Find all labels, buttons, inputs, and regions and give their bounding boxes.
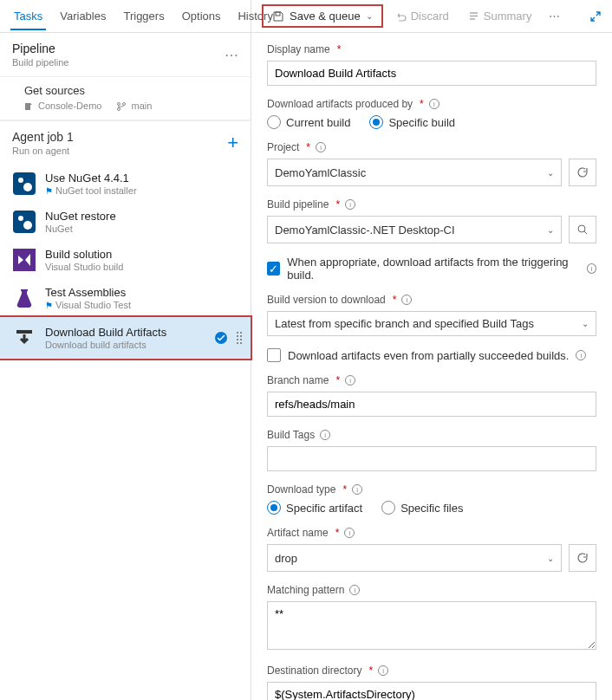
task-subtitle: Download build artifacts: [45, 340, 205, 350]
branch-icon: [117, 102, 126, 111]
build-pipeline-select[interactable]: DemoYamlClassic-.NET Desktop-CI⌄: [267, 216, 562, 243]
task-row[interactable]: Build solution Visual Studio build: [0, 241, 251, 279]
display-name-input[interactable]: [267, 61, 596, 86]
refresh-button[interactable]: [569, 544, 596, 572]
expand-icon[interactable]: [589, 10, 602, 23]
task-form: Display name* Download artifacts produce…: [251, 33, 612, 700]
info-icon[interactable]: i: [320, 430, 330, 440]
svg-point-4: [18, 178, 23, 183]
task-subtitle: Visual Studio build: [45, 262, 123, 272]
info-icon[interactable]: i: [352, 484, 362, 495]
get-sources-title: Get sources: [24, 84, 238, 97]
task-title: Test Assemblies: [45, 286, 131, 299]
task-row[interactable]: NuGet restore NuGet: [0, 203, 251, 241]
agent-job-title: Agent job 1: [12, 130, 74, 144]
display-name-label: Display name*: [267, 43, 596, 55]
info-icon[interactable]: i: [587, 263, 596, 274]
build-version-select[interactable]: Latest from specific branch and specifie…: [267, 311, 596, 336]
task-subtitle: Visual Studio Test: [55, 300, 131, 310]
info-icon[interactable]: i: [345, 375, 355, 386]
get-sources-row[interactable]: Get sources Console-Demo main: [0, 77, 251, 120]
project-select[interactable]: DemoYamlClassic⌄: [267, 159, 562, 186]
task-title: Build solution: [45, 248, 123, 261]
artifact-name-select[interactable]: drop⌄: [267, 544, 562, 572]
discard-button[interactable]: Discard: [388, 6, 456, 26]
pipeline-header[interactable]: Pipeline Build pipeline ⋯: [0, 33, 251, 77]
info-icon[interactable]: i: [316, 142, 326, 152]
agent-job-row[interactable]: Agent job 1 Run on agent +: [0, 120, 251, 165]
pipeline-more-icon[interactable]: ⋯: [225, 47, 238, 63]
svg-rect-6: [13, 211, 36, 233]
pipeline-tabs: Tasks Variables Triggers Options History: [0, 0, 251, 33]
dest-dir-label: Destination directory*i: [267, 664, 596, 677]
build-tags-input[interactable]: [267, 446, 596, 471]
chevron-down-icon: ⌄: [547, 225, 554, 235]
svg-point-8: [23, 221, 32, 230]
svg-rect-11: [16, 330, 32, 334]
svg-point-7: [18, 216, 23, 221]
svg-point-5: [23, 183, 32, 191]
info-icon[interactable]: i: [345, 199, 355, 210]
info-icon[interactable]: i: [378, 665, 388, 676]
refresh-icon: [576, 166, 589, 178]
download-type-label: Download type*i: [267, 483, 596, 496]
triggering-build-checkbox[interactable]: ✓: [267, 262, 280, 275]
info-icon[interactable]: i: [576, 350, 586, 360]
branch-name-label: Branch name*i: [267, 374, 596, 386]
task-subtitle: NuGet tool installer: [55, 185, 137, 196]
radio-specific-build[interactable]: Specific build: [369, 115, 455, 129]
svg-rect-9: [13, 249, 36, 271]
pipeline-title: Pipeline: [12, 42, 68, 55]
branch-name-input[interactable]: [267, 392, 596, 417]
radio-specific-files[interactable]: Specific files: [381, 501, 463, 515]
task-title: Use NuGet 4.4.1: [45, 172, 137, 185]
task-subtitle: NuGet: [45, 224, 116, 234]
produced-by-label: Download artifacts produced by*i: [267, 98, 596, 110]
summary-button[interactable]: Summary: [461, 6, 539, 26]
undo-icon: [395, 10, 407, 22]
info-icon[interactable]: i: [349, 585, 360, 595]
task-row[interactable]: Use NuGet 4.4.1 ⚑NuGet tool installer: [0, 165, 251, 203]
check-icon: [214, 331, 228, 345]
nuget-icon: [12, 210, 36, 234]
pipeline-subtitle: Build pipeline: [12, 57, 68, 68]
save-icon: [272, 10, 284, 23]
visual-studio-icon: [12, 248, 36, 272]
partial-builds-label: Download artifacts even from partially s…: [288, 349, 569, 362]
tab-variables[interactable]: Variables: [51, 3, 114, 29]
info-icon[interactable]: i: [401, 295, 412, 305]
refresh-button[interactable]: [569, 159, 596, 186]
tab-options[interactable]: Options: [173, 3, 230, 29]
chevron-down-icon: ⌄: [547, 168, 554, 178]
radio-specific-artifact[interactable]: Specific artifact: [267, 501, 362, 515]
add-task-icon[interactable]: +: [227, 132, 238, 154]
search-button[interactable]: [569, 216, 596, 243]
task-row-selected[interactable]: Download Build Artifacts Download build …: [0, 315, 252, 360]
artifact-name-label: Artifact name*i: [267, 527, 596, 539]
svg-rect-10: [21, 289, 28, 291]
dest-dir-input[interactable]: [267, 682, 596, 700]
repo-icon: [24, 102, 33, 111]
tab-triggers[interactable]: Triggers: [114, 3, 173, 29]
info-icon[interactable]: i: [429, 99, 439, 109]
toolbar-more-icon[interactable]: ⋯: [544, 6, 565, 26]
search-icon: [576, 224, 589, 236]
drag-handle-icon[interactable]: [237, 332, 242, 344]
flag-icon: ⚑: [45, 186, 53, 196]
toolbar: Save & queue ⌄ Discard Summary ⋯: [251, 0, 612, 33]
project-label: Project*i: [267, 141, 596, 153]
partial-builds-checkbox[interactable]: [267, 348, 281, 362]
task-row[interactable]: Test Assemblies ⚑Visual Studio Test: [0, 279, 251, 317]
task-title: NuGet restore: [45, 210, 116, 223]
matching-pattern-input[interactable]: **: [267, 601, 596, 650]
refresh-icon: [576, 552, 589, 564]
radio-current-build[interactable]: Current build: [267, 115, 350, 129]
save-queue-button[interactable]: Save & queue ⌄: [262, 4, 383, 28]
svg-rect-3: [13, 172, 36, 195]
chevron-down-icon: ⌄: [582, 319, 589, 328]
svg-rect-13: [276, 12, 280, 16]
info-icon[interactable]: i: [344, 528, 355, 538]
matching-pattern-label: Matching patterni: [267, 584, 596, 596]
tab-tasks[interactable]: Tasks: [5, 3, 51, 29]
chevron-down-icon: ⌄: [366, 11, 373, 21]
